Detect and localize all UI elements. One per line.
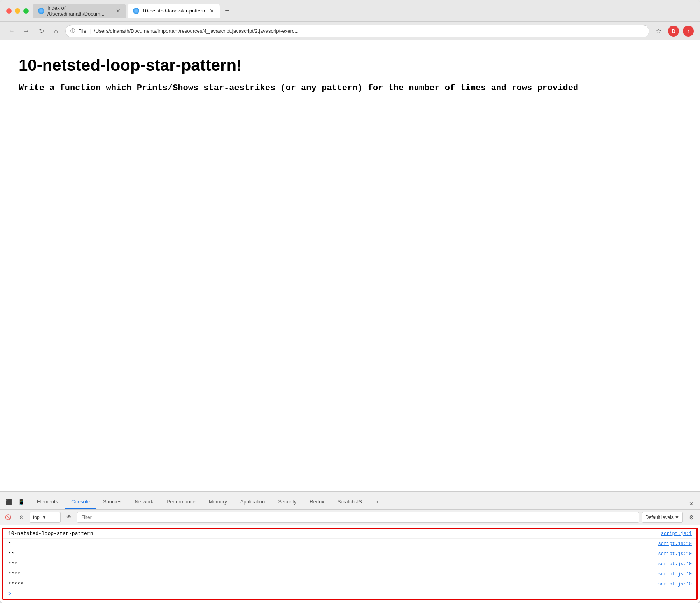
- device-toolbar-icon[interactable]: 📱: [16, 496, 26, 507]
- console-link-1[interactable]: script.js:10: [658, 541, 692, 547]
- forward-button[interactable]: →: [21, 26, 32, 37]
- console-output: 10-netsted-loop-star-pattern script.js:1…: [0, 525, 700, 603]
- console-row-4: **** script.js:10: [4, 569, 696, 579]
- tab-performance[interactable]: Performance: [160, 494, 201, 509]
- url-security-icon: ⓘ: [70, 28, 75, 34]
- url-prefix: File: [78, 28, 86, 34]
- console-link-5[interactable]: script.js:10: [658, 582, 692, 587]
- console-row-3: *** script.js:10: [4, 559, 696, 569]
- browser-tab-2[interactable]: 10-netsted-loop-star-pattern ✕: [128, 4, 220, 18]
- tab-memory[interactable]: Memory: [203, 494, 233, 509]
- console-link-4[interactable]: script.js:10: [658, 571, 692, 577]
- clear-console-icon[interactable]: 🚫: [3, 512, 13, 522]
- filter-icon[interactable]: ⊘: [16, 512, 26, 522]
- title-bar: Index of /Users/dinanath/Docum... ✕ 10-n…: [0, 0, 700, 22]
- add-tab-button[interactable]: +: [221, 5, 233, 17]
- tabs-bar: Index of /Users/dinanath/Docum... ✕ 10-n…: [33, 4, 694, 18]
- maximize-button[interactable]: [23, 8, 29, 14]
- console-text-5: *****: [8, 581, 658, 587]
- devtools-right-controls: ⋮ ✕: [674, 498, 697, 509]
- tab-console[interactable]: Console: [65, 494, 96, 509]
- tab-more[interactable]: »: [369, 494, 384, 509]
- console-text-3: ***: [8, 561, 658, 567]
- page-description: Write a function which Prints/Shows star…: [19, 82, 681, 95]
- default-levels-dropdown[interactable]: Default levels ▼: [642, 512, 683, 523]
- tab-favicon-2: [133, 8, 139, 14]
- tab-favicon-1: [38, 8, 44, 14]
- minimize-button[interactable]: [15, 8, 20, 14]
- home-button[interactable]: ⌂: [51, 26, 61, 37]
- close-button[interactable]: [6, 8, 12, 14]
- inspect-element-icon[interactable]: ⬛: [3, 496, 14, 507]
- page-title: 10-netsted-loop-star-pattern!: [19, 56, 681, 75]
- browser-tab-1[interactable]: Index of /Users/dinanath/Docum... ✕: [33, 4, 126, 18]
- refresh-button[interactable]: ↻: [36, 26, 47, 37]
- devtools-close-icon[interactable]: ✕: [686, 498, 697, 509]
- tab-title-1: Index of /Users/dinanath/Docum...: [47, 5, 111, 17]
- tab-close-1[interactable]: ✕: [116, 8, 121, 14]
- bookmark-button[interactable]: ☆: [653, 26, 664, 37]
- console-link-3[interactable]: script.js:10: [658, 561, 692, 567]
- browser-window: Index of /Users/dinanath/Docum... ✕ 10-n…: [0, 0, 700, 603]
- console-row-5: ***** script.js:10: [4, 579, 696, 589]
- devtools-panel: ⬛ 📱 Elements Console Sources Network Per…: [0, 491, 700, 603]
- console-text-1: *: [8, 541, 658, 547]
- back-button[interactable]: ←: [6, 26, 17, 37]
- devtools-left-icons: ⬛ 📱: [3, 494, 30, 509]
- page-content: 10-netsted-loop-star-pattern! Write a fu…: [0, 40, 700, 491]
- filter-input[interactable]: [77, 512, 639, 523]
- console-row-0: 10-netsted-loop-star-pattern script.js:1: [4, 529, 696, 539]
- console-toolbar: 🚫 ⊘ top ▼ 👁 Default levels ▼ ⚙: [0, 510, 700, 525]
- console-text-0: 10-netsted-loop-star-pattern: [8, 531, 661, 536]
- console-prompt-icon: >: [8, 591, 11, 597]
- traffic-lights: [6, 8, 29, 14]
- console-link-2[interactable]: script.js:10: [658, 551, 692, 557]
- extension-button[interactable]: ↑: [683, 26, 694, 37]
- devtools-tabs-bar: ⬛ 📱 Elements Console Sources Network Per…: [0, 492, 700, 510]
- eye-icon[interactable]: 👁: [64, 512, 74, 522]
- console-text-4: ****: [8, 571, 658, 577]
- console-highlighted-region: 10-netsted-loop-star-pattern script.js:1…: [2, 528, 698, 600]
- console-prompt-row[interactable]: >: [4, 589, 696, 599]
- console-row-1: * script.js:10: [4, 539, 696, 549]
- context-selector[interactable]: top ▼: [30, 512, 61, 523]
- tab-security[interactable]: Security: [272, 494, 303, 509]
- tab-title-2: 10-netsted-loop-star-pattern: [142, 8, 205, 14]
- profile-avatar[interactable]: D: [668, 26, 679, 37]
- tab-redux[interactable]: Redux: [303, 494, 331, 509]
- tab-scratch-js[interactable]: Scratch JS: [331, 494, 368, 509]
- console-text-2: **: [8, 551, 658, 557]
- tab-application[interactable]: Application: [234, 494, 271, 509]
- console-row-2: ** script.js:10: [4, 549, 696, 559]
- tab-network[interactable]: Network: [129, 494, 160, 509]
- tab-elements[interactable]: Elements: [31, 494, 64, 509]
- tab-close-2[interactable]: ✕: [210, 8, 214, 14]
- devtools-more-options-icon[interactable]: ⋮: [674, 498, 684, 509]
- console-settings-icon[interactable]: ⚙: [686, 512, 697, 523]
- tab-sources[interactable]: Sources: [97, 494, 128, 509]
- url-path: /Users/dinanath/Documents/important/reso…: [94, 28, 644, 34]
- url-bar[interactable]: ⓘ File | /Users/dinanath/Documents/impor…: [65, 25, 649, 37]
- console-link-0[interactable]: script.js:1: [661, 531, 692, 536]
- address-bar: ← → ↻ ⌂ ⓘ File | /Users/dinanath/Documen…: [0, 22, 700, 40]
